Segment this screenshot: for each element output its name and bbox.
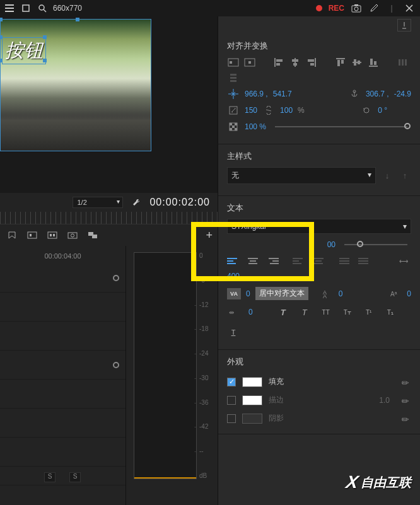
subscript-icon[interactable]: T₁ — [384, 306, 397, 318]
eyedropper-icon[interactable]: ✎ — [399, 374, 414, 389]
bold-icon[interactable]: T — [277, 306, 289, 318]
align-hcenter-icon[interactable] — [289, 57, 301, 68]
position-x[interactable]: 966.9 , — [245, 90, 268, 98]
align-left-icon[interactable] — [272, 57, 285, 68]
rec-label[interactable]: REC — [329, 4, 344, 13]
solo-button[interactable]: S — [69, 472, 81, 482]
font-select[interactable]: STXingkai — [227, 219, 411, 234]
timecode-display[interactable]: 00:00:02:00 — [149, 197, 210, 208]
font-size-partial[interactable]: 00 — [327, 240, 335, 249]
unlink-icon[interactable] — [262, 105, 275, 116]
keyframe-icon[interactable] — [113, 362, 119, 368]
search-icon[interactable] — [37, 3, 48, 14]
marker-2-icon[interactable] — [47, 229, 58, 241]
title-text-box[interactable]: 按钮 — [2, 37, 46, 64]
text-align-justify-all-button[interactable] — [339, 255, 353, 267]
text-align-center-button[interactable] — [246, 255, 260, 267]
anchor-x[interactable]: 306.7 , — [366, 90, 389, 98]
track-row[interactable] — [0, 293, 125, 322]
track-row[interactable] — [0, 380, 125, 409]
marker-add-icon[interactable] — [6, 229, 18, 241]
slider-thumb[interactable] — [404, 123, 411, 129]
tsume-value[interactable]: 0 — [248, 308, 253, 316]
wrench-icon[interactable] — [131, 197, 142, 208]
tracking-value[interactable]: 400 — [227, 272, 240, 281]
align-box-left-icon[interactable] — [227, 57, 240, 68]
preview-image[interactable]: 按钮 — [0, 19, 151, 151]
size-slider[interactable] — [344, 244, 407, 245]
master-style-select[interactable]: 无 — [227, 167, 376, 184]
resize-handle[interactable] — [76, 18, 79, 21]
baseline-value[interactable]: 0 — [407, 289, 411, 298]
track-row[interactable] — [0, 409, 125, 438]
align-box-center-icon[interactable] — [243, 57, 256, 68]
track-row[interactable] — [0, 351, 125, 380]
eyedropper-icon[interactable]: ✎ — [399, 393, 414, 407]
opacity-value[interactable]: 100 % — [245, 122, 266, 131]
push-down-icon[interactable]: ↓ — [381, 170, 394, 182]
track-row[interactable] — [0, 438, 125, 467]
pin-icon[interactable] — [397, 19, 411, 32]
align-bottom-icon[interactable] — [367, 57, 380, 68]
distribute-v-icon[interactable] — [227, 72, 240, 83]
opacity-slider[interactable] — [275, 126, 407, 127]
smallcaps-icon[interactable]: Tᴛ — [341, 306, 354, 318]
underline-icon[interactable]: T — [227, 327, 240, 338]
position-y[interactable]: 541.7 — [273, 90, 292, 98]
resize-handle[interactable] — [0, 18, 3, 21]
fill-swatch[interactable] — [242, 377, 262, 387]
align-top-icon[interactable] — [334, 57, 347, 68]
align-right-icon[interactable] — [305, 57, 318, 68]
playhead-time[interactable]: 00:00:04:00 — [0, 252, 125, 260]
fill-checkbox[interactable]: ✓ — [227, 378, 236, 386]
solo-button[interactable]: S — [44, 472, 55, 482]
close-icon[interactable] — [404, 3, 415, 14]
italic-icon[interactable]: T — [298, 306, 311, 318]
shadow-swatch[interactable] — [242, 414, 262, 424]
resize-handle[interactable] — [0, 59, 3, 62]
leading-value[interactable]: 0 — [339, 289, 343, 298]
audio-meter[interactable] — [134, 252, 197, 479]
text-align-justify-left-button[interactable] — [293, 255, 306, 267]
resize-handle[interactable] — [43, 59, 47, 62]
eyedropper-icon[interactable]: ✎ — [399, 411, 414, 426]
text-align-justify-center-button[interactable] — [312, 255, 325, 267]
resize-handle[interactable] — [0, 35, 3, 39]
export-frame-icon[interactable] — [87, 229, 98, 241]
stroke-width[interactable]: 1.0 — [379, 396, 390, 405]
window-icon[interactable] — [20, 3, 32, 14]
allcaps-icon[interactable]: TT — [320, 306, 332, 318]
zoom-dropdown[interactable]: 1/2 — [73, 197, 123, 208]
scale-h[interactable]: 100 — [280, 106, 293, 115]
camera-icon[interactable] — [351, 3, 362, 14]
superscript-icon[interactable]: T¹ — [363, 306, 375, 318]
add-track-icon[interactable]: + — [206, 229, 213, 242]
kerning-value[interactable]: 0 — [246, 289, 250, 298]
shadow-checkbox[interactable] — [227, 414, 236, 423]
align-vcenter-icon[interactable] — [351, 57, 363, 68]
push-up-icon[interactable]: ↑ — [399, 170, 411, 182]
svg-rect-39 — [230, 123, 232, 125]
pencil-icon[interactable] — [368, 3, 380, 14]
text-align-left-button[interactable] — [227, 255, 241, 267]
stroke-swatch[interactable] — [242, 395, 262, 405]
svg-rect-26 — [354, 59, 356, 66]
marker-1-icon[interactable] — [26, 229, 38, 241]
resize-handle[interactable] — [43, 35, 47, 39]
track-row[interactable]: S S — [0, 467, 125, 485]
stroke-checkbox[interactable] — [227, 396, 236, 405]
track-row[interactable] — [0, 322, 125, 351]
menu-icon[interactable] — [4, 3, 15, 14]
text-align-top-button[interactable] — [358, 255, 372, 267]
camera-icon[interactable] — [67, 229, 78, 241]
timeline-ruler[interactable] — [0, 212, 218, 224]
scale-w[interactable]: 150 — [245, 106, 257, 115]
text-align-right-button[interactable] — [265, 255, 279, 267]
slider-thumb[interactable] — [357, 241, 363, 247]
track-row[interactable] — [0, 264, 125, 293]
keyframe-icon[interactable] — [113, 275, 119, 281]
distribute-h-icon[interactable] — [396, 57, 409, 68]
svg-point-1 — [39, 5, 44, 10]
rotation-value[interactable]: 0 ° — [378, 106, 387, 115]
anchor-y[interactable]: -24.9 — [394, 90, 411, 98]
